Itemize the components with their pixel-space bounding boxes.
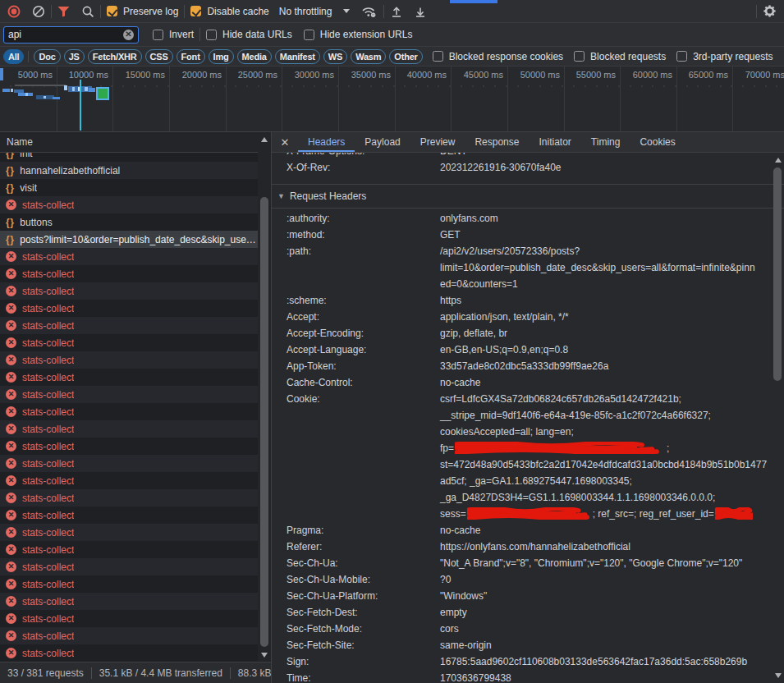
scroll-down-icon[interactable]	[775, 673, 782, 678]
filter-chip-manifest[interactable]: Manifest	[275, 49, 320, 64]
clear-button[interactable]	[32, 5, 45, 18]
request-row[interactable]: ✕stats-collect	[0, 317, 271, 334]
checkbox-box[interactable]	[433, 51, 443, 62]
filter-chip-all[interactable]: All	[3, 49, 24, 64]
request-name: stats-collect	[22, 493, 74, 504]
throttling-caret-icon[interactable]	[343, 9, 350, 13]
network-overview-timeline[interactable]: 5000 ms10000 ms15000 ms20000 ms25000 ms3…	[0, 66, 784, 132]
tab-preview[interactable]: Preview	[410, 132, 465, 152]
requests-scrollbar-thumb[interactable]	[260, 197, 268, 647]
tab-initiator[interactable]: Initiator	[529, 132, 580, 152]
filter-input[interactable]: api ✕	[3, 26, 139, 44]
request-row[interactable]: ✕stats-collect	[0, 438, 271, 455]
requests-scrollbar[interactable]	[258, 134, 271, 661]
tab-response[interactable]: Response	[465, 132, 529, 152]
disable-cache-checkbox[interactable]: Disable cache	[190, 6, 268, 17]
filter-chip-ws[interactable]: WS	[323, 49, 347, 64]
request-row[interactable]: ✕stats-collect	[0, 196, 271, 213]
hide-extension-urls-box[interactable]	[304, 30, 314, 40]
scroll-up-icon[interactable]	[775, 158, 782, 163]
disable-cache-box[interactable]	[190, 6, 201, 16]
settings-gear-icon[interactable]	[763, 4, 777, 18]
scroll-down-icon[interactable]	[261, 653, 268, 658]
request-row[interactable]: ✕stats-collect	[0, 541, 271, 558]
details-scrollbar-thumb[interactable]	[773, 167, 782, 381]
header-row: App-Token:33d57ade8c02dbc5a333db99ff9ae2…	[272, 358, 784, 374]
request-headers-section[interactable]: ▼ Request Headers	[272, 185, 784, 209]
request-row[interactable]: ✕stats-collect	[0, 282, 271, 300]
filter-input-value[interactable]: api	[8, 29, 123, 40]
filter-chip-media[interactable]: Media	[237, 49, 272, 64]
timeline-tick-label: 40000 ms	[407, 70, 447, 80]
request-name: stats-collect	[22, 372, 74, 383]
request-row[interactable]: {}init	[0, 153, 271, 162]
request-row[interactable]: ✕stats-collect	[0, 248, 271, 265]
preserve-log-box[interactable]	[107, 6, 117, 16]
chip-checkbox-3rd-party-requests[interactable]: 3rd-party requests	[676, 51, 773, 62]
request-row[interactable]: ✕stats-collect	[0, 265, 271, 282]
request-row[interactable]: ✕stats-collect	[0, 524, 271, 541]
filter-chip-js[interactable]: JS	[64, 49, 85, 64]
filter-chip-img[interactable]: Img	[209, 49, 234, 64]
invert-checkbox[interactable]: Invert	[153, 29, 194, 40]
hide-data-urls-box[interactable]	[206, 30, 217, 40]
chip-checkbox-blocked-response-cookies[interactable]: Blocked response cookies	[433, 51, 563, 62]
filter-chip-fetch-xhr[interactable]: Fetch/XHR	[88, 49, 142, 64]
request-row[interactable]: ✕stats-collect	[0, 386, 271, 403]
request-row[interactable]: ✕stats-collect	[0, 610, 271, 627]
request-row[interactable]: ✕stats-collect	[0, 420, 271, 438]
request-row[interactable]: ✕stats-collect	[0, 369, 271, 386]
request-row[interactable]: ✕stats-collect	[0, 575, 271, 593]
hide-extension-urls-checkbox[interactable]: Hide extension URLs	[304, 29, 413, 40]
request-row[interactable]: ✕stats-collect	[0, 627, 271, 644]
scroll-up-icon[interactable]	[261, 137, 268, 142]
request-row[interactable]: ✕stats-collect	[0, 593, 271, 610]
chip-checkbox-blocked-requests[interactable]: Blocked requests	[574, 51, 666, 62]
throttling-select[interactable]: No throttling	[279, 6, 332, 17]
network-conditions-icon[interactable]	[361, 5, 378, 18]
request-row[interactable]: ✕stats-collect	[0, 489, 271, 507]
request-row[interactable]: {}visit	[0, 179, 271, 196]
request-row[interactable]: ✕stats-collect	[0, 300, 271, 317]
request-row[interactable]: ✕stats-collect	[0, 351, 271, 369]
waterfall-bar	[85, 87, 88, 91]
tab-payload[interactable]: Payload	[355, 132, 410, 152]
tab-cookies[interactable]: Cookies	[630, 132, 685, 152]
header-value: /api2/v2/users/20572336/posts?limit=10&o…	[440, 243, 784, 292]
export-har-icon[interactable]	[414, 5, 427, 18]
request-row[interactable]: {}posts?limit=10&order=publish_date_desc…	[0, 231, 271, 248]
name-column-header[interactable]: Name	[0, 132, 271, 153]
request-row[interactable]: ✕stats-collect	[0, 644, 271, 662]
import-har-icon[interactable]	[390, 5, 403, 18]
preserve-log-checkbox[interactable]: Preserve log	[107, 6, 178, 17]
header-row: Sign:16785:5aad9602cf110608b03133de56364…	[272, 653, 784, 670]
request-row[interactable]: ✕stats-collect	[0, 455, 271, 472]
clear-filter-icon[interactable]: ✕	[123, 30, 134, 40]
tab-headers[interactable]: Headers	[298, 132, 355, 152]
request-row[interactable]: ✕stats-collect	[0, 403, 271, 420]
hide-data-urls-checkbox[interactable]: Hide data URLs	[206, 29, 292, 40]
details-scrollbar[interactable]	[773, 154, 783, 681]
filter-chip-other[interactable]: Other	[389, 49, 422, 64]
filter-chip-css[interactable]: CSS	[145, 49, 173, 64]
record-button[interactable]	[7, 4, 21, 19]
header-row: Sec-Ch-Ua-Mobile:?0	[272, 571, 784, 588]
header-row: Pragma:no-cache	[272, 522, 784, 539]
invert-box[interactable]	[153, 30, 163, 40]
close-details-icon[interactable]: ✕	[272, 132, 298, 152]
checkbox-box[interactable]	[676, 51, 687, 62]
request-row[interactable]: ✕stats-collect	[0, 334, 271, 351]
filter-chip-font[interactable]: Font	[177, 49, 205, 64]
filter-chip-doc[interactable]: Doc	[34, 49, 60, 64]
collapse-triangle-icon[interactable]: ▼	[277, 192, 285, 200]
request-row[interactable]: ✕stats-collect	[0, 558, 271, 575]
search-icon[interactable]	[81, 5, 94, 18]
request-row[interactable]: ✕stats-collect	[0, 472, 271, 489]
request-row[interactable]: {}buttons	[0, 213, 271, 231]
checkbox-box[interactable]	[574, 51, 585, 62]
tab-timing[interactable]: Timing	[581, 132, 630, 152]
filter-toggle-icon[interactable]	[57, 6, 70, 17]
request-row[interactable]: {}hannahelizabethofficial	[0, 162, 271, 179]
request-row[interactable]: ✕stats-collect	[0, 507, 271, 524]
filter-chip-wasm[interactable]: Wasm	[351, 49, 386, 64]
